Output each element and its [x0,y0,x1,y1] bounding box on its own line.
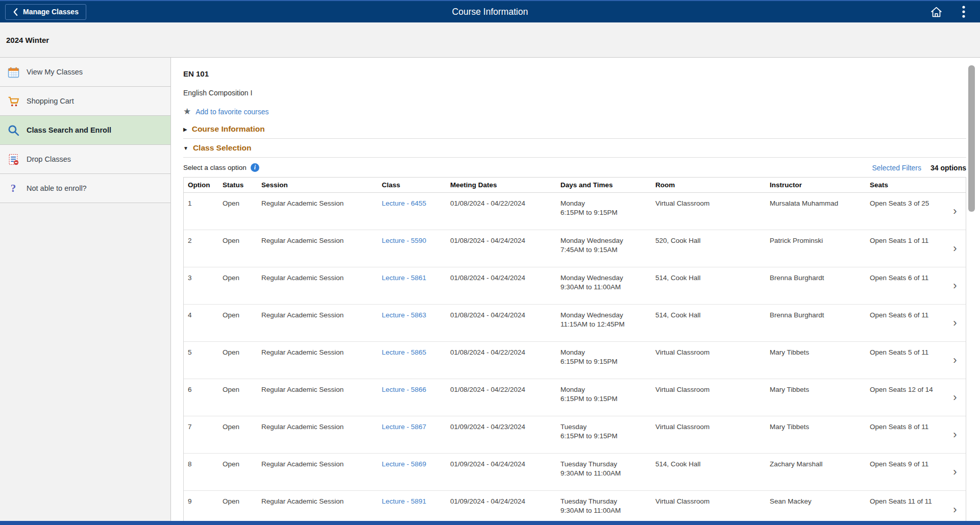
scrollbar-thumb[interactable] [968,65,975,212]
table-row[interactable]: 5 Open Regular Academic Session Lecture … [184,342,966,379]
selected-filters-link[interactable]: Selected Filters [872,164,921,172]
class-selection-section-toggle[interactable]: Class Selection [183,143,966,153]
row-session: Regular Academic Session [257,491,378,525]
row-days: Monday [560,385,651,394]
row-days-and-times: Tuesday 6:15PM to 9:15PM [556,416,651,453]
table-row[interactable]: 1 Open Regular Academic Session Lecture … [184,193,966,230]
table-row[interactable]: 4 Open Regular Academic Session Lecture … [184,305,966,342]
column-header-status: Status [218,181,257,189]
row-option-number: 7 [184,416,218,453]
row-room: Virtual Classroom [651,491,766,525]
back-button-label: Manage Classes [23,8,79,16]
divider [183,138,966,139]
sidebar-item-view-my-classes[interactable]: View My Classes [0,58,170,87]
column-header-seats: Seats [866,181,944,189]
table-row[interactable]: 6 Open Regular Academic Session Lecture … [184,379,966,416]
row-instructor: Mursalata Muhammad [766,193,866,230]
chevron-right-icon[interactable] [944,416,966,453]
row-days: Tuesday Thursday [560,460,651,469]
table-row[interactable]: 2 Open Regular Academic Session Lecture … [184,230,966,267]
row-instructor: Sean Mackey [766,491,866,525]
class-lecture-link[interactable]: Lecture - 6455 [382,199,426,207]
chevron-right-icon[interactable] [944,379,966,416]
chevron-right-icon[interactable] [944,193,966,230]
class-lecture-link[interactable]: Lecture - 5891 [382,497,426,505]
row-meeting-dates: 01/08/2024 - 04/22/2024 [446,193,556,230]
info-icon[interactable] [251,163,259,172]
chevron-right-icon[interactable] [944,491,966,525]
search-icon [7,123,20,137]
row-status: Open [218,305,257,341]
row-days-and-times: Monday 6:15PM to 9:15PM [556,342,651,379]
table-row[interactable]: 3 Open Regular Academic Session Lecture … [184,267,966,305]
calendar-icon [7,65,20,79]
footer-bar [0,521,980,525]
row-session: Regular Academic Session [257,230,378,267]
row-room: 514, Cook Hall [651,454,766,490]
row-times: 11:15AM to 12:45PM [560,320,651,329]
question-icon: ? [7,182,20,195]
row-days-and-times: Monday Wednesday 11:15AM to 12:45PM [556,305,651,341]
sidebar-item-not-able-to-enroll[interactable]: ? Not able to enroll? [0,174,170,203]
row-status: Open [218,342,257,379]
shopping-cart-icon [7,94,20,108]
table-header-row: Option Status Session Class Meeting Date… [184,178,966,193]
sidebar-item-label: Drop Classes [27,155,71,163]
course-title: English Composition I [183,89,966,97]
row-instructor: Mary Tibbets [766,342,866,379]
sidebar-item-label: Not able to enroll? [27,184,87,192]
chevron-right-icon[interactable] [944,454,966,490]
chevron-right-icon[interactable] [944,230,966,267]
class-lecture-link[interactable]: Lecture - 5590 [382,237,426,244]
row-seats: Open Seats 11 of 11 [866,491,944,525]
row-days-and-times: Tuesday Thursday 9:30AM to 11:00AM [556,454,651,490]
class-lecture-link[interactable]: Lecture - 5865 [382,348,426,356]
row-days-and-times: Monday Wednesday 9:30AM to 11:00AM [556,267,651,304]
row-times: 7:45AM to 9:15AM [560,245,651,255]
options-count: 34 options [930,164,966,172]
add-to-favorites-link[interactable]: Add to favorite courses [195,108,268,116]
manage-classes-back-button[interactable]: Manage Classes [5,4,86,20]
section-label: Class Selection [193,143,252,153]
class-lecture-link[interactable]: Lecture - 5861 [382,274,426,282]
table-row[interactable]: 7 Open Regular Academic Session Lecture … [184,416,966,454]
table-body: 1 Open Regular Academic Session Lecture … [184,193,966,525]
class-lecture-link[interactable]: Lecture - 5869 [382,460,426,468]
class-option-toolbar: Select a class option Selected Filters 3… [183,163,966,172]
row-status: Open [218,230,257,267]
sidebar-item-drop-classes[interactable]: Drop Classes [0,145,170,174]
course-information-section-toggle[interactable]: Course Information [183,124,966,134]
row-meeting-dates: 01/08/2024 - 04/22/2024 [446,342,556,379]
row-days: Monday Wednesday [560,311,651,320]
chevron-right-icon[interactable] [944,267,966,304]
favorite-row: Add to favorite courses [183,107,966,116]
class-lecture-link[interactable]: Lecture - 5867 [382,423,426,431]
chevron-right-icon[interactable] [944,342,966,379]
row-meeting-dates: 01/08/2024 - 04/22/2024 [446,379,556,416]
column-header-class: Class [378,181,446,189]
row-days-and-times: Monday Wednesday 7:45AM to 9:15AM [556,230,651,267]
chevron-right-icon[interactable] [944,305,966,341]
table-row[interactable]: 9 Open Regular Academic Session Lecture … [184,491,966,525]
row-times: 6:15PM to 9:15PM [560,432,651,441]
class-lecture-link[interactable]: Lecture - 5863 [382,311,426,319]
column-header-instructor: Instructor [766,181,866,189]
row-room: 520, Cook Hall [651,230,766,267]
home-icon[interactable] [929,5,943,19]
row-room: 514, Cook Hall [651,267,766,304]
class-lecture-link[interactable]: Lecture - 5866 [382,386,426,393]
sidebar-item-class-search-and-enroll[interactable]: Class Search and Enroll [0,116,170,145]
row-seats: Open Seats 8 of 11 [866,416,944,453]
kebab-menu-icon[interactable] [957,5,971,19]
top-bar: Manage Classes Course Information [0,0,980,22]
row-option-number: 5 [184,342,218,379]
sidebar: View My Classes Shopping Cart Class Sear… [0,58,170,525]
row-room: 514, Cook Hall [651,305,766,341]
column-header-room: Room [651,181,766,189]
collapsed-triangle-icon [183,127,187,132]
table-row[interactable]: 8 Open Regular Academic Session Lecture … [184,454,966,491]
sidebar-item-shopping-cart[interactable]: Shopping Cart [0,87,170,116]
term-label: 2024 Winter [6,36,49,44]
row-option-number: 6 [184,379,218,416]
row-room: Virtual Classroom [651,379,766,416]
